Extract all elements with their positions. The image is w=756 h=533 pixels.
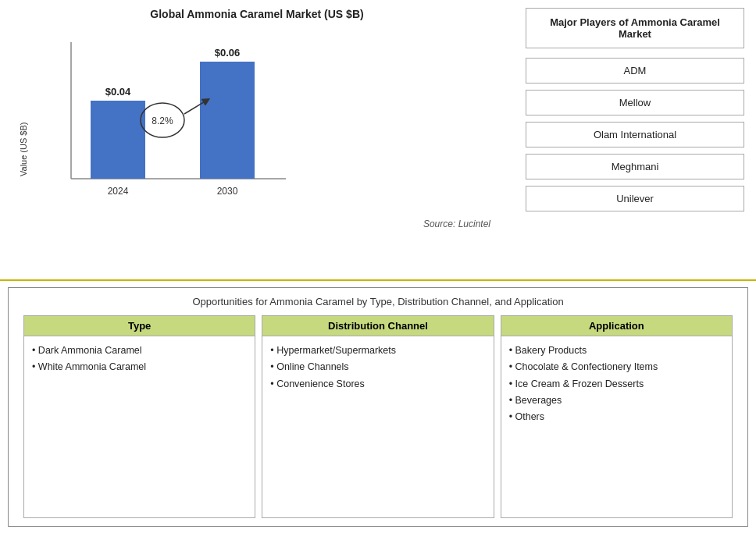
y-axis-label: Value (US $B) — [16, 27, 28, 272]
chart-wrapper: Value (US $B) $0.04 2024 — [16, 27, 498, 272]
application-header: Application — [501, 316, 732, 336]
right-panel: Major Players of Ammonia Caramel Market … — [514, 0, 756, 279]
bar-2030 — [200, 62, 255, 179]
chart-inner: $0.04 2024 $0.06 2030 8.2% — [28, 27, 498, 272]
major-players-title: Major Players of Ammonia Caramel Market — [526, 8, 744, 48]
columns-container: Type • Dark Ammonia Caramel • White Ammo… — [20, 315, 736, 518]
bar-chart-svg: $0.04 2024 $0.06 2030 8.2% — [28, 27, 309, 214]
bottom-section: Opportunities for Ammonia Caramel by Typ… — [8, 287, 748, 527]
dist-item-1: • Hypermarket/Supermarkets — [270, 343, 485, 359]
app-item-5: • Others — [509, 409, 724, 425]
bar-value-2024: $0.04 — [105, 86, 131, 98]
app-item-4: • Beverages — [509, 393, 724, 409]
source-text: Source: Lucintel — [28, 214, 498, 233]
main-container: Global Ammonia Caramel Market (US $B) Va… — [0, 0, 756, 533]
player-unilever: Unilever — [526, 186, 744, 211]
top-section: Global Ammonia Caramel Market (US $B) Va… — [0, 0, 756, 281]
type-item-1: • Dark Ammonia Caramel — [32, 343, 247, 359]
dist-item-3: • Convenience Stores — [270, 376, 485, 393]
type-content: • Dark Ammonia Caramel • White Ammonia C… — [24, 336, 255, 382]
distribution-content: • Hypermarket/Supermarkets • Online Chan… — [262, 336, 493, 399]
app-item-3: • Ice Cream & Frozen Desserts — [509, 376, 724, 393]
bar-label-2030: 2030 — [217, 186, 238, 197]
chart-title: Global Ammonia Caramel Market (US $B) — [150, 8, 363, 20]
bar-value-2030: $0.06 — [215, 47, 241, 59]
distribution-column: Distribution Channel • Hypermarket/Super… — [262, 315, 494, 518]
player-adm: ADM — [526, 58, 744, 84]
app-item-2: • Chocolate & Confectionery Items — [509, 359, 724, 375]
player-meghmani: Meghmani — [526, 154, 744, 179]
bottom-title: Opportunities for Ammonia Caramel by Typ… — [20, 296, 736, 307]
application-content: • Bakery Products • Chocolate & Confecti… — [501, 336, 732, 432]
bar-label-2024: 2024 — [108, 186, 129, 197]
type-item-2: • White Ammonia Caramel — [32, 359, 247, 375]
player-olam: Olam International — [526, 122, 744, 147]
dist-item-2: • Online Channels — [270, 359, 485, 375]
bar-2024 — [91, 101, 145, 179]
distribution-header: Distribution Channel — [262, 316, 493, 336]
chart-area: Global Ammonia Caramel Market (US $B) Va… — [0, 0, 514, 279]
type-header: Type — [24, 316, 255, 336]
app-item-1: • Bakery Products — [509, 343, 724, 359]
application-column: Application • Bakery Products • Chocolat… — [501, 315, 733, 518]
cagr-label: 8.2% — [152, 115, 173, 126]
player-mellow: Mellow — [526, 90, 744, 115]
type-column: Type • Dark Ammonia Caramel • White Ammo… — [23, 315, 255, 518]
